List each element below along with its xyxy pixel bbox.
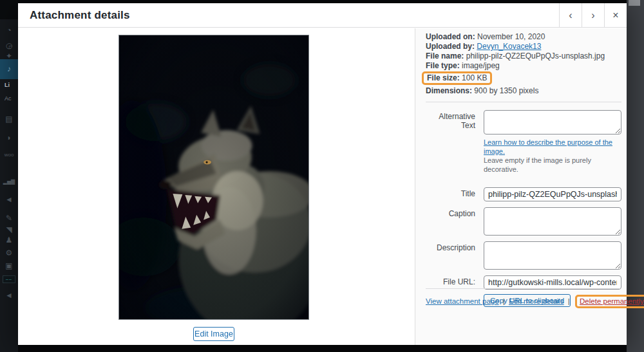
caption-label: Caption	[426, 207, 484, 236]
sidebar-item-add-new[interactable]: Ac	[0, 95, 18, 102]
page-title: Attachment details	[18, 3, 627, 22]
alt-text-help: Learn how to describe the purpose of the…	[484, 138, 621, 174]
admin-sidebar: ◔ ◶ ✦ ♪ Li Ac ▤ ◗ woo ▂▅▇ ◄ ✎ ◥ ♟ ⚙ ▣ ––…	[0, 0, 18, 352]
alt-text-label: Alternative Text	[426, 110, 484, 181]
chevron-left-icon: ‹	[569, 10, 572, 21]
next-media-button[interactable]: ›	[582, 3, 604, 28]
pages-icon[interactable]: ▤	[0, 115, 18, 124]
meta-file-size: File size: 100 KB	[426, 71, 621, 86]
actions-divider	[426, 288, 620, 289]
scrollbar-thumb[interactable]	[629, 0, 640, 6]
modal-content: Edit Image Uploaded on: November 10, 202…	[18, 28, 627, 345]
elasticpress-icon[interactable]: ––	[3, 275, 15, 283]
file-size-highlight-box: File size: 100 KB	[422, 71, 492, 85]
close-modal-button[interactable]: ×	[604, 3, 627, 28]
delete-highlight-box: Delete permanently	[575, 295, 644, 308]
edit-image-button[interactable]: Edit Image	[193, 327, 234, 341]
users-icon[interactable]: ♟	[0, 236, 18, 245]
modal-nav: ‹ › ×	[559, 3, 627, 27]
description-label: Description	[426, 241, 484, 270]
previous-media-button[interactable]: ‹	[559, 3, 582, 28]
attachment-image-preview	[118, 35, 309, 320]
caption-input[interactable]	[484, 207, 621, 236]
comments-icon[interactable]: ◗	[0, 133, 18, 142]
attachment-actions: View attachment page | Edit more details…	[426, 288, 620, 308]
meta-uploaded-by: Uploaded by: Devyn_Kovacek13	[426, 42, 621, 51]
analytics-icon[interactable]: ▂▅▇	[0, 178, 18, 187]
marketing-icon[interactable]: ◄	[0, 195, 18, 204]
embed-icon[interactable]: ▣	[0, 261, 18, 270]
dashboard-icon[interactable]: ◔	[0, 26, 18, 35]
tools-icon[interactable]: ⚙	[0, 248, 18, 257]
edit-more-details-link[interactable]: Edit more details	[509, 297, 564, 305]
title-input[interactable]	[484, 187, 621, 201]
jetpack-icon[interactable]: ◶	[0, 41, 18, 50]
close-icon: ×	[612, 10, 618, 21]
description-row: Description	[426, 241, 621, 270]
media-menu-item-active[interactable]: ♪	[0, 59, 18, 79]
pointer-icon[interactable]: ◥	[0, 225, 18, 234]
delete-permanently-link[interactable]: Delete permanently	[580, 297, 644, 305]
admin-bar	[0, 0, 18, 19]
woocommerce-icon[interactable]: woo	[0, 151, 18, 160]
wolf-photo	[119, 35, 308, 319]
appearance-icon[interactable]: ✎	[0, 214, 18, 223]
meta-divider	[426, 102, 621, 102]
attachment-details-panel: Uploaded on: November 10, 2020 Uploaded …	[415, 28, 627, 345]
file-url-input[interactable]	[484, 275, 621, 290]
meta-uploaded-on: Uploaded on: November 10, 2020	[426, 32, 621, 41]
collapse-menu-icon[interactable]: ◄	[0, 291, 18, 300]
meta-dimensions: Dimensions: 900 by 1350 pixels	[426, 86, 621, 95]
caption-row: Caption	[426, 207, 621, 236]
meta-file-name: File name: philipp-pilz-QZ2EQuPpQJs-unsp…	[426, 51, 621, 60]
description-input[interactable]	[484, 241, 621, 270]
title-row: Title	[426, 187, 621, 201]
media-icon: ♪	[7, 64, 11, 73]
meta-file-type: File type: image/jpeg	[426, 61, 621, 70]
attachment-details-modal: Attachment details ‹ › ×	[18, 3, 627, 345]
title-label: Title	[426, 187, 484, 201]
uploader-link[interactable]: Devyn_Kovacek13	[477, 42, 541, 51]
alt-text-input[interactable]	[484, 110, 621, 134]
alt-help-link[interactable]: Learn how to describe the purpose of the…	[484, 138, 621, 156]
sidebar-item-library[interactable]: Li	[0, 82, 18, 88]
alt-text-row: Alternative Text Learn how to describe t…	[426, 110, 621, 181]
chevron-right-icon: ›	[591, 10, 594, 21]
view-attachment-page-link[interactable]: View attachment page	[426, 297, 499, 305]
modal-header: Attachment details ‹ › ×	[18, 3, 627, 28]
